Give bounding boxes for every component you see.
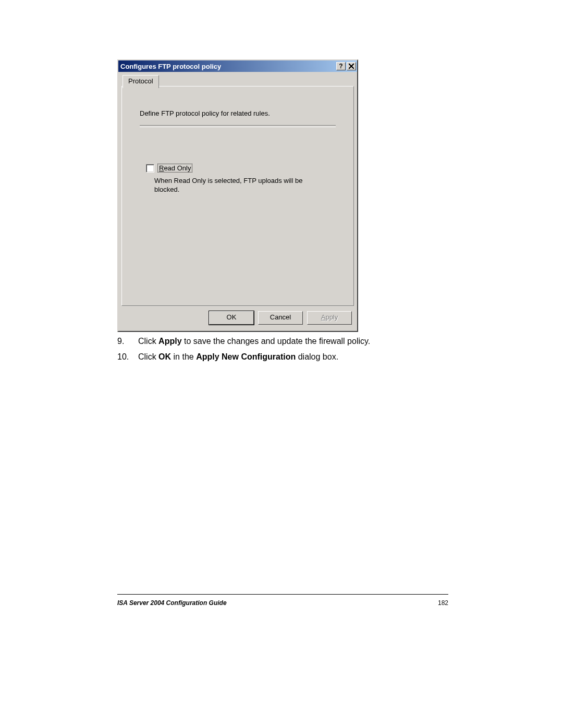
ok-button[interactable]: OK <box>209 311 254 325</box>
help-button[interactable]: ? <box>336 62 346 70</box>
footer-title: ISA Server 2004 Configuration Guide <box>117 599 227 607</box>
readonly-help-text: When Read Only is selected, FTP uploads … <box>154 176 321 194</box>
tabstrip: Protocol <box>121 75 354 87</box>
step-9-number: 9. <box>117 336 138 347</box>
readonly-checkbox[interactable] <box>146 164 154 172</box>
step-10: 10.Click OK in the Apply New Configurati… <box>117 351 451 363</box>
footer-page-number: 182 <box>438 599 448 607</box>
cancel-button[interactable]: Cancel <box>258 311 303 325</box>
close-button[interactable] <box>347 62 356 70</box>
dialog-description: Define FTP protocol policy for related r… <box>140 109 270 117</box>
readonly-label[interactable]: Read Only <box>157 164 192 172</box>
dialog-window: Configures FTP protocol policy ? Protoco… <box>117 59 358 332</box>
tab-protocol[interactable]: Protocol <box>123 75 159 88</box>
window-title: Configures FTP protocol policy <box>120 63 335 70</box>
readonly-row: Read Only <box>146 164 192 172</box>
button-bar: OK Cancel Apply <box>121 306 354 327</box>
separator <box>140 125 336 127</box>
step-10-number: 10. <box>117 351 138 363</box>
footer-rule <box>117 594 448 595</box>
titlebar: Configures FTP protocol policy ? <box>118 60 357 72</box>
client-area: Protocol Define FTP protocol policy for … <box>118 72 357 331</box>
tab-panel: Define FTP protocol policy for related r… <box>121 86 354 306</box>
apply-button: Apply <box>307 311 352 325</box>
step-9: 9.Click Apply to save the changes and up… <box>117 336 451 347</box>
